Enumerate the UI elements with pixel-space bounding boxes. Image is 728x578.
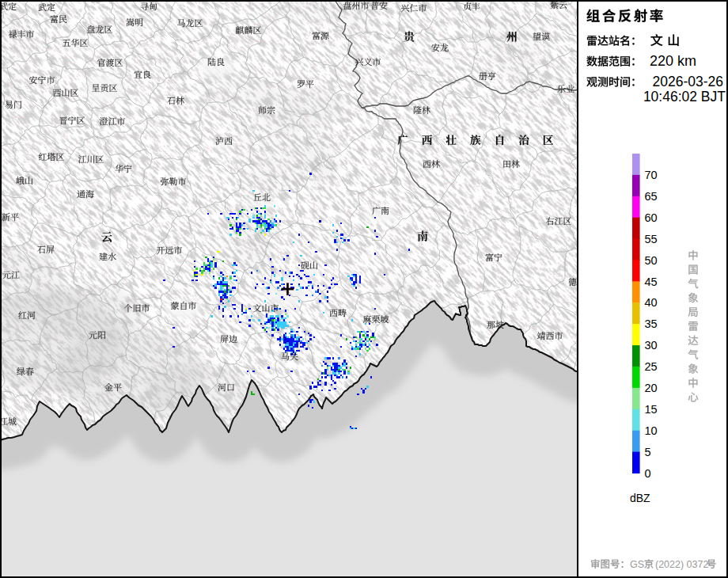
- svg-text:5: 5: [645, 446, 651, 458]
- svg-text:55: 55: [645, 233, 658, 245]
- svg-text:35: 35: [645, 318, 658, 330]
- svg-text:GS: GS: [630, 559, 644, 570]
- svg-text:220 km: 220 km: [650, 53, 696, 69]
- svg-text:2026-03-26: 2026-03-26: [652, 74, 723, 89]
- svg-text:70: 70: [645, 169, 658, 181]
- svg-text:(2022) 0372: (2022) 0372: [655, 559, 708, 570]
- svg-text:40: 40: [645, 296, 658, 309]
- svg-text:65: 65: [645, 190, 658, 203]
- svg-text:60: 60: [645, 211, 658, 224]
- svg-text:10:46:02 BJT: 10:46:02 BJT: [643, 89, 726, 105]
- svg-text:45: 45: [645, 276, 658, 288]
- svg-text:0: 0: [645, 467, 651, 480]
- svg-text:25: 25: [645, 360, 658, 373]
- svg-text:15: 15: [645, 403, 658, 416]
- svg-text:50: 50: [645, 254, 658, 267]
- svg-text:10: 10: [645, 424, 658, 437]
- svg-text:dBZ: dBZ: [630, 492, 650, 504]
- svg-text:20: 20: [645, 382, 658, 394]
- svg-text:30: 30: [645, 339, 658, 352]
